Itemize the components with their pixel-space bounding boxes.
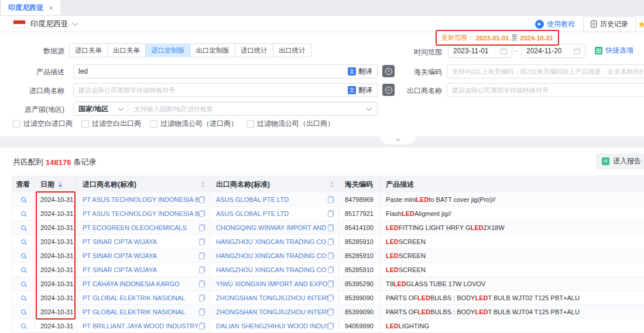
copy-icon[interactable] [328,308,334,315]
view-magnifier-icon[interactable] [21,197,26,202]
copy-icon[interactable] [328,280,334,287]
product-desc-input[interactable] [78,67,344,75]
importer-link[interactable]: PT SINAR CIPTA WIJAYA [83,266,157,273]
start-date-value[interactable] [453,47,497,55]
importer-link[interactable]: PT ASUS TECHNOLOGY INDONESIA BA... [83,196,199,203]
importer-name-input[interactable] [78,86,344,94]
exporter-link[interactable]: ASUS GLOBAL PTE LTD [216,210,289,217]
copy-icon[interactable] [199,252,205,259]
exporter-link[interactable]: YIWU XIONGXIN IMPORT AND EXPORT... [216,280,328,287]
table-row: 2024-10-31PT ASUS TECHNOLOGY INDONESIA B… [12,207,644,221]
sort-icon[interactable] [201,181,205,187]
tab-export-statistics[interactable]: 出口统计 [273,43,311,57]
copy-icon[interactable] [199,210,205,217]
view-magnifier-icon[interactable] [21,253,26,258]
importer-link[interactable]: PT GLOBAL ELEKTRIK NASIONAL [83,308,185,315]
importer-link[interactable]: PT ASUS TECHNOLOGY INDONESIA BA... [83,210,199,217]
checkbox-filter-blank-importer[interactable]: 过滤空白进口商 [13,119,73,129]
table-row: 2024-10-31PT BRILLIANT JAYA WOOD INDUSTR… [12,319,644,333]
translate-button[interactable]: 文 翻译 [348,67,372,77]
exporter-link[interactable]: ASUS GLOBAL PTE LTD [216,196,289,203]
tab-import-custom[interactable]: 进口定制版 [146,43,191,57]
checkbox-icon[interactable] [81,120,89,128]
view-magnifier-icon[interactable] [21,310,26,314]
importer-link[interactable]: PT GLOBAL ELEKTRIK NASIONAL [83,294,185,301]
origin-field: 国家/地区 支持输入国家/地区进行检索 [73,102,378,116]
copy-icon[interactable] [328,238,334,245]
copy-icon[interactable] [328,224,334,231]
header-date[interactable]: 日期 [35,176,77,193]
checkbox-filter-logistics-importer[interactable]: 过滤物流公司（进口商） [150,119,238,129]
exporter-link[interactable]: DALIAN SHENGZHIHUI WOOD INDUST... [216,322,328,329]
importer-link[interactable]: PT SINAR CIPTA WIJAYA [83,238,157,245]
sort-icon[interactable] [59,181,62,187]
start-date-input[interactable] [448,44,512,58]
copy-icon[interactable] [199,196,205,203]
translate-label: 翻译 [358,85,372,95]
copy-icon[interactable] [199,238,205,245]
origin-type-select[interactable]: 国家/地区 [74,102,128,115]
header-exporter[interactable]: 出口商名称(标准) [210,176,339,193]
exporter-link[interactable]: HANGZHOU XINGCAN TRADING CO LTD [216,252,328,259]
copy-icon[interactable] [328,196,334,203]
view-cell [12,235,35,248]
copy-icon[interactable] [199,224,205,231]
copy-icon[interactable] [328,266,334,273]
history-button[interactable]: 历史记录 [583,16,636,32]
view-magnifier-icon[interactable] [21,211,26,216]
copy-icon[interactable] [199,266,205,273]
view-magnifier-icon[interactable] [21,296,26,300]
copy-icon[interactable] [328,210,334,217]
data-source-label: 数据源 [0,46,64,56]
copy-icon[interactable] [328,294,334,301]
sort-icon[interactable] [330,181,334,187]
exporter-link[interactable]: HANGZHOU XINGCAN TRADING CO LTD [216,238,328,245]
favorite-star-icon[interactable]: ★ [638,19,644,30]
checkbox-filter-blank-exporter[interactable]: 过滤空白出口商 [81,119,141,129]
view-magnifier-icon[interactable] [21,267,26,272]
copy-icon[interactable] [199,308,205,315]
hs-code-field [447,64,644,78]
header-importer[interactable]: 进口商名称(标准) [77,176,210,193]
copy-icon[interactable] [199,322,205,329]
tab-close-icon[interactable]: × [49,4,53,12]
hs-code-input[interactable] [452,67,643,75]
view-magnifier-icon[interactable] [21,324,26,328]
importer-link[interactable]: PT ECOGREEN OLEOCHEMICALS [83,224,187,231]
enter-report-button[interactable]: 进入报告 [596,153,644,169]
exporter-link[interactable]: ZHONGSHAN TONGJIUZHOU INTERNA... [216,294,328,301]
tab-import-statistics[interactable]: 进口统计 [235,43,273,57]
quick-options-link[interactable]: 快捷选项 [595,46,633,56]
tab-export-declaration[interactable]: 出口关单 [108,43,146,57]
copy-icon[interactable] [328,322,334,329]
importer-link[interactable]: PT BRILLIANT JAYA WOOD INDUSTRY [83,322,198,329]
exporter-link[interactable]: CHONGQING WINWAY IMPORT AND E... [216,224,328,231]
view-magnifier-icon[interactable] [21,239,26,244]
copy-icon[interactable] [199,294,205,301]
checkbox-icon[interactable] [13,120,20,128]
tutorial-link[interactable]: ▶ 使用教程 [535,19,575,29]
translate-button[interactable]: 文 翻译 [348,85,372,95]
tab-import-declaration[interactable]: 进口关单 [69,43,108,57]
filter-checkbox-row: 过滤空白进口商 过滤空白出口商 过滤物流公司（进口商） 过滤物流公司（出口商） [13,119,334,129]
exporter-name-input[interactable] [452,86,643,94]
view-magnifier-icon[interactable] [21,281,26,286]
tab-export-custom[interactable]: 出口定制版 [191,43,236,57]
exporter-link[interactable]: HANGZHOU XINGCAN TRADING CO LTD [216,266,328,273]
country-selector[interactable]: 印度尼西亚 [13,19,77,29]
end-date-input[interactable] [521,44,585,58]
importer-link[interactable]: PT CAHAYA INDONESIA KARGO [83,280,180,287]
exporter-link[interactable]: ZHONGSHAN TONGJIUZHOU INTERNA... [216,308,328,315]
origin-search-input[interactable]: 支持输入国家/地区进行检索 [128,105,367,114]
checkbox-filter-logistics-exporter[interactable]: 过滤物流公司（出口商） [246,119,334,129]
checkbox-label: 过滤物流公司（出口商） [257,119,334,129]
view-magnifier-icon[interactable] [21,225,26,230]
collapse-button[interactable] [381,136,416,144]
end-date-value[interactable] [526,47,570,55]
checkbox-icon[interactable] [246,120,254,128]
copy-icon[interactable] [328,252,334,259]
checkbox-icon[interactable] [150,120,157,128]
copy-icon[interactable] [199,280,205,287]
importer-link[interactable]: PT SINAR CIPTA WIJAYA [83,252,157,259]
tab-indonesia[interactable]: 印度尼西亚 × [1,0,60,15]
